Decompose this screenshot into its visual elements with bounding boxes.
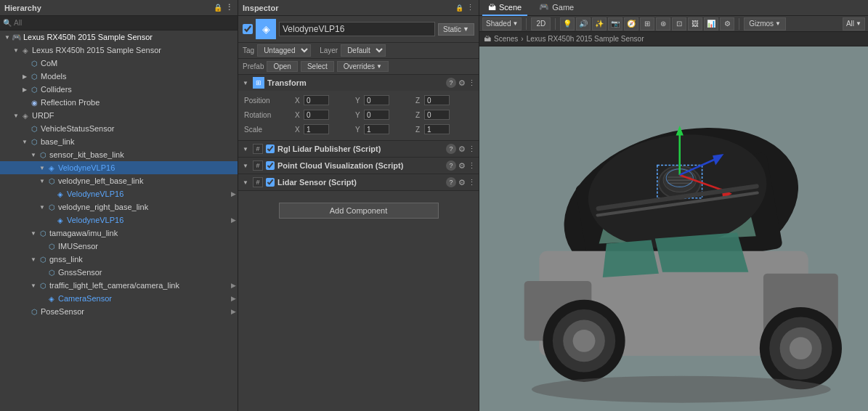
lidar-checkbox[interactable] (266, 178, 275, 187)
gizmos-button[interactable]: Gizmos ▼ (744, 17, 786, 30)
rgl-checkbox[interactable] (266, 145, 275, 153)
inspector-panel: Inspector 🔒 ⋮ ◈ Static ▼ Tag Untagged (238, 0, 479, 411)
tree-item-vehicle[interactable]: ⬡ VehicleStatusSensor (0, 122, 238, 135)
gizmos-label: Gizmos (749, 20, 774, 28)
frame-icon[interactable]: ⊡ (672, 17, 686, 30)
scale-label: Scale (244, 126, 295, 134)
svg-marker-8 (603, 240, 659, 277)
tree-item-camera[interactable]: ◈ CameraSensor ▶ (0, 292, 238, 305)
shaded-dropdown[interactable]: Shaded ▼ (482, 17, 522, 30)
tree-item-tamagawa[interactable]: ⬡ tamagawa/imu_link (0, 227, 238, 240)
more-icon[interactable]: ⋮ (225, 3, 233, 12)
tree-item-imu[interactable]: ⬡ IMUSensor (0, 240, 238, 253)
tree-item-sensor-kit[interactable]: ⬡ sensor_kit_base_link (0, 148, 238, 161)
arrow-right-icon4: ▶ (231, 295, 236, 302)
position-z-input[interactable] (424, 95, 450, 105)
tree-item-traffic[interactable]: ⬡ traffic_light_left_camera/camera_link … (0, 279, 238, 292)
mode-2d-button[interactable]: 2D (531, 17, 551, 30)
tree-icon-velodyne-right2: ◈ (55, 215, 65, 225)
inspector-more-icon[interactable]: ⋮ (466, 3, 474, 12)
position-x-input[interactable] (304, 95, 329, 105)
tree-item-velodyne-left[interactable]: ⬡ velodyne_left_base_link (0, 174, 238, 187)
transform-header[interactable]: ⊞ Transform ? ⚙ ⋮ (238, 75, 479, 91)
transform-settings-icon[interactable]: ⚙ (458, 78, 466, 88)
lidar-help-button[interactable]: ? (446, 177, 456, 187)
rotation-z-input[interactable] (424, 110, 450, 120)
lidar-more-icon[interactable]: ⋮ (468, 178, 476, 187)
stats-icon[interactable]: 📊 (704, 17, 718, 30)
rotation-y-input[interactable] (364, 110, 389, 120)
all-dropdown[interactable]: All ▼ (843, 17, 865, 30)
layers-icon[interactable]: ⊛ (656, 17, 670, 30)
rgl-header[interactable]: # Rgl Lidar Publisher (Script) ? ⚙ ⋮ (238, 141, 479, 157)
overrides-button[interactable]: Overrides ▼ (337, 61, 389, 72)
tree-item-root2[interactable]: ◈ Lexus RX450h 2015 Sample Sensor (0, 44, 238, 57)
pointcloud-header[interactable]: # Point Cloud Visualization (Script) ? ⚙… (238, 158, 479, 174)
arrow-right-icon5: ▶ (231, 308, 236, 315)
tree-item-urdf[interactable]: ◈ URDF (0, 109, 238, 122)
lidar-header[interactable]: # Lidar Sensor (Script) ? ⚙ ⋮ (238, 174, 479, 190)
tree-label-colliders: Colliders (41, 85, 72, 94)
tree-item-root[interactable]: 🎮 Lexus RX450h 2015 Sample Sensor (0, 30, 238, 44)
transform-fields: Position X Y Z (238, 91, 479, 140)
layer-dropdown[interactable]: Default (341, 44, 386, 57)
camera-icon[interactable]: 📷 (608, 17, 622, 30)
lidar-settings-icon[interactable]: ⚙ (458, 178, 466, 187)
tree-icon-urdf: ◈ (20, 110, 31, 121)
pointcloud-more-icon[interactable]: ⋮ (468, 161, 476, 171)
static-button[interactable]: Static ▼ (438, 23, 474, 36)
tree-item-velodyne-right2[interactable]: ◈ VelodyneVLP16 ▶ (0, 213, 238, 227)
tools-icon[interactable]: ⚙ (720, 17, 734, 30)
svg-marker-9 (655, 232, 749, 272)
tree-item-pose[interactable]: ⬡ PoseSensor ▶ (0, 305, 238, 318)
rotation-y-label: Y (355, 111, 362, 119)
effects-icon[interactable]: ✨ (592, 17, 607, 30)
tree-item-com[interactable]: ⬡ CoM (0, 57, 238, 70)
rgl-settings-icon[interactable]: ⚙ (458, 145, 466, 154)
audio-icon[interactable]: 🔊 (576, 17, 591, 30)
transform-help-button[interactable]: ? (446, 78, 456, 88)
nav-icon[interactable]: 🧭 (624, 17, 638, 30)
pointcloud-help-button[interactable]: ? (446, 160, 456, 171)
object-name-field[interactable] (279, 22, 435, 36)
tree-item-base-link[interactable]: ⬡ base_link (0, 135, 238, 148)
add-component-button[interactable]: Add Component (279, 203, 439, 219)
pointcloud-checkbox[interactable] (266, 161, 275, 170)
scale-y-input[interactable] (364, 124, 389, 134)
tree-item-velodyne-right[interactable]: ⬡ velodyne_right_base_link (0, 200, 238, 213)
light-icon[interactable]: 💡 (560, 17, 575, 30)
tree-icon-traffic: ⬡ (38, 280, 48, 290)
render-icon[interactable]: 🖼 (688, 17, 702, 30)
tree-arrow-gnss-link (29, 255, 38, 264)
tree-item-colliders[interactable]: ⬡ Colliders (0, 83, 238, 96)
grid-icon[interactable]: ⊞ (640, 17, 654, 30)
svg-point-17 (790, 337, 812, 359)
transform-more-icon[interactable]: ⋮ (468, 78, 476, 88)
static-dropdown-icon: ▼ (463, 25, 469, 33)
tree-item-gnss-link[interactable]: ⬡ gnss_link (0, 253, 238, 266)
scale-x-input[interactable] (304, 124, 329, 134)
rotation-x-input[interactable] (304, 110, 329, 120)
rotation-x-label: X (295, 111, 302, 119)
tree-item-gnss[interactable]: ⬡ GnssSensor (0, 266, 238, 279)
rgl-more-icon[interactable]: ⋮ (468, 145, 476, 154)
transform-arrow (241, 78, 250, 87)
scene-viewport[interactable] (479, 46, 868, 411)
open-button[interactable]: Open (267, 61, 297, 72)
search-input[interactable] (14, 19, 235, 27)
select-button[interactable]: Select (301, 61, 334, 72)
tree-item-models[interactable]: ⬡ Models (0, 70, 238, 83)
tree-item-velodyne-left2[interactable]: ◈ VelodyneVLP16 ▶ (0, 187, 238, 200)
position-y-input[interactable] (364, 95, 389, 105)
tree-item-velodyne0[interactable]: ◈ VelodyneVLP16 (0, 161, 238, 174)
tab-scene[interactable]: 🏔 Scene (482, 0, 527, 16)
tag-dropdown[interactable]: Untagged (257, 44, 311, 57)
object-enabled-checkbox[interactable] (243, 24, 253, 34)
rgl-help-button[interactable]: ? (446, 144, 456, 154)
hierarchy-search-bar[interactable]: 🔍 (0, 16, 238, 30)
tree-item-reflection[interactable]: ◉ Reflection Probe (0, 96, 238, 109)
tree-icon-velodyne0: ◈ (46, 163, 57, 173)
scale-z-input[interactable] (424, 124, 450, 134)
pointcloud-settings-icon[interactable]: ⚙ (458, 161, 466, 171)
tab-game[interactable]: 🎮 Game (533, 0, 580, 16)
